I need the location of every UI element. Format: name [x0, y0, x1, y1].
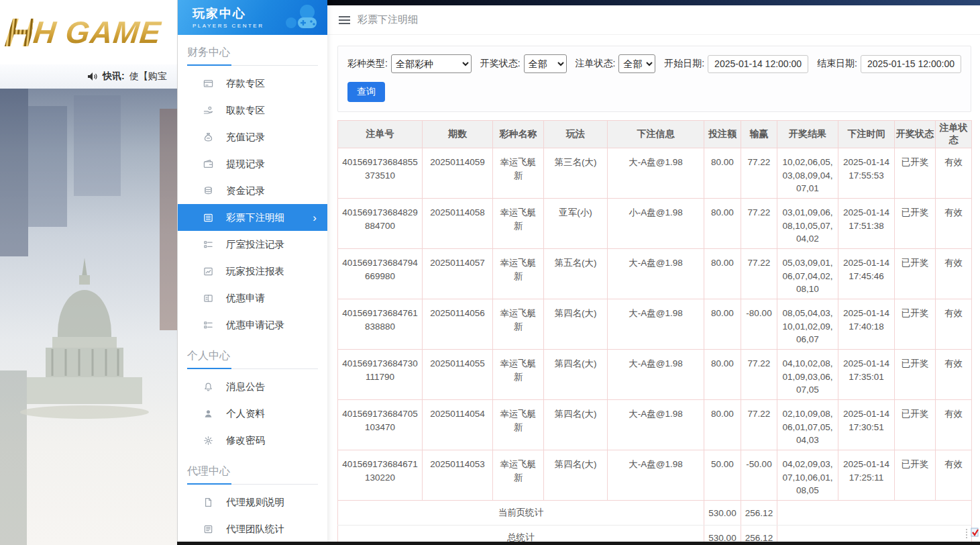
cell-bet_amount: 80.00 — [704, 400, 741, 450]
cell-win_loss: -80.00 — [741, 299, 777, 350]
main-content: 彩票下注明细 彩种类型: 全部彩种 开奖状态: 全部 注单状态: 全部 开始日期… — [327, 0, 980, 545]
gamepad-icon — [278, 3, 321, 32]
cell-bet_time: 2025-01-14 17:55:53 — [838, 148, 895, 199]
capitol-photo-backdrop — [0, 89, 177, 545]
cell-draw_status: 已开奖 — [895, 299, 936, 350]
sidebar-item-代理团队统计[interactable]: 代理团队统计› — [178, 515, 327, 542]
building-silhouette — [0, 89, 28, 256]
bet-detail-table: 注单号期数彩种名称玩法下注信息投注额输赢开奖结果下注时间开奖状态注单状态 401… — [337, 120, 972, 545]
capitol-dome-illustration — [19, 254, 150, 422]
end-date-input[interactable] — [861, 55, 961, 73]
cell-bet_time: 2025-01-14 17:25:11 — [838, 450, 895, 501]
filter-panel: 彩种类型: 全部彩种 开奖状态: 全部 注单状态: 全部 开始日期: 结束日期:… — [337, 46, 971, 112]
table-row: 40156917368479466998020250114057幸运飞艇新第五名… — [338, 249, 972, 299]
sidebar-item-label: 充值记录 — [226, 131, 265, 144]
cell-bet_info: 大-A盘@1.98 — [608, 400, 704, 450]
section-label: 个人中心 — [187, 349, 327, 363]
cell-bet_info: 大-A盘@1.98 — [608, 148, 704, 199]
cell-bet_time: 2025-01-14 17:45:46 — [838, 249, 895, 299]
column-header-period: 期数 — [423, 121, 493, 148]
cell-play: 第四名(大) — [544, 450, 608, 501]
cell-order_status: 有效 — [936, 450, 972, 501]
sidebar-item-玩家投注报表[interactable]: 玩家投注报表› — [178, 258, 327, 285]
summary-bet-amount: 530.00 — [704, 501, 741, 526]
column-header-play: 玩法 — [544, 121, 608, 148]
cell-bet_info: 大-A盘@1.98 — [608, 249, 704, 299]
cell-order_status: 有效 — [936, 350, 972, 400]
cell-win_loss: 77.22 — [741, 199, 777, 249]
cell-bet_amount: 50.00 — [704, 450, 741, 501]
column-header-bet_time: 下注时间 — [838, 121, 895, 148]
left-background-region: H H GAME 快讯: 使【购宝 — [0, 0, 177, 545]
sidebar-item-资金记录[interactable]: 资金记录› — [178, 177, 327, 204]
column-header-lottery_name: 彩种名称 — [493, 121, 544, 148]
building-silhouette — [28, 106, 67, 227]
search-button[interactable]: 查询 — [347, 82, 385, 102]
hh-game-logo-text: H GAME — [32, 14, 164, 50]
cell-order_id: 401569173684705103470 — [338, 400, 423, 450]
column-header-bet_info: 下注信息 — [608, 121, 704, 148]
sidebar-item-个人资料[interactable]: 个人资料› — [178, 400, 327, 427]
cell-bet_time: 2025-01-14 17:30:51 — [838, 400, 895, 450]
sidebar-item-label: 修改密码 — [226, 434, 265, 447]
promo-apply-ticket-icon — [203, 293, 213, 303]
cell-bet_time: 2025-01-14 17:40:18 — [838, 299, 895, 350]
draw-status-select[interactable]: 全部 — [524, 54, 567, 73]
start-date-label: 开始日期: — [664, 58, 704, 70]
cell-order_id: 401569173684794669980 — [338, 249, 423, 299]
sidebar-header: 玩家中心 PLAYERS CENTER — [178, 0, 327, 35]
cell-lottery_name: 幸运飞艇新 — [493, 350, 544, 400]
hamburger-menu-icon[interactable] — [339, 16, 350, 24]
sidebar-item-提现记录[interactable]: 提现记录› — [178, 150, 327, 177]
sidebar-item-label: 代理团队统计 — [226, 523, 284, 536]
cell-win_loss: 77.22 — [741, 350, 777, 400]
cell-lottery_name: 幸运飞艇新 — [493, 400, 544, 450]
sidebar-item-取款专区[interactable]: 取款专区› — [178, 97, 327, 123]
cell-bet_amount: 80.00 — [704, 299, 741, 350]
table-row: 40156917368476183888020250114056幸运飞艇新第四名… — [338, 299, 972, 350]
cell-period: 20250114058 — [423, 199, 493, 249]
withdraw-hand-icon — [203, 105, 213, 115]
summary-label: 当前页统计 — [338, 501, 704, 526]
sidebar-item-彩票下注明细[interactable]: 彩票下注明细› — [178, 204, 327, 231]
cell-lottery_name: 幸运飞艇新 — [493, 450, 544, 501]
cell-order_id: 401569173684730111790 — [338, 350, 423, 400]
cell-play: 第四名(大) — [544, 350, 608, 400]
sidebar-item-label: 厅室投注记录 — [226, 238, 284, 251]
sidebar-item-label: 玩家投注报表 — [226, 265, 284, 278]
column-header-order_status: 注单状态 — [936, 121, 972, 148]
sidebar: 玩家中心 PLAYERS CENTER 财务中心存款专区›取款专区›充值记录›提… — [177, 0, 327, 545]
cell-bet_amount: 80.00 — [704, 148, 741, 199]
cell-bet_amount: 80.00 — [704, 249, 741, 299]
cell-bet_info: 小-A盘@1.98 — [608, 199, 704, 249]
withdraw-record-wallet-icon — [203, 159, 213, 169]
sidebar-item-优惠申请记录[interactable]: 优惠申请记录› — [178, 311, 327, 338]
sidebar-item-label: 个人资料 — [226, 407, 265, 420]
section-label: 财务中心 — [187, 46, 327, 60]
cell-lottery_name: 幸运飞艇新 — [493, 249, 544, 299]
cell-play: 第五名(大) — [544, 249, 608, 299]
news-ticker: 快讯: 使【购宝 — [0, 64, 177, 89]
sidebar-item-优惠申请[interactable]: 优惠申请› — [178, 285, 327, 311]
cell-draw_result: 03,01,09,06,08,10,05,07,04,02 — [777, 199, 838, 249]
sidebar-item-厅室投注记录[interactable]: 厅室投注记录› — [178, 231, 327, 258]
deposit-card-icon — [203, 79, 213, 89]
start-date-input[interactable] — [708, 55, 808, 73]
sidebar-item-代理规则说明[interactable]: 代理规则说明› — [178, 489, 327, 515]
sidebar-item-充值记录[interactable]: 充值记录› — [178, 123, 327, 150]
cell-order_status: 有效 — [936, 400, 972, 450]
lottery-type-select[interactable]: 全部彩种 — [391, 54, 472, 73]
order-status-select[interactable]: 全部 — [618, 54, 655, 73]
sidebar-item-消息公告[interactable]: 消息公告› — [178, 373, 327, 400]
cell-period: 20250114056 — [423, 299, 493, 350]
cell-draw_status: 已开奖 — [895, 400, 936, 450]
cell-order_id: 401569173684829884700 — [338, 199, 423, 249]
sidebar-item-修改密码[interactable]: 修改密码› — [178, 427, 327, 454]
broken-image-check-icon — [971, 527, 979, 540]
ticker-label: 快讯: — [103, 70, 125, 83]
sidebar-item-label: 资金记录 — [226, 185, 265, 197]
cell-period: 20250114053 — [423, 450, 493, 501]
column-header-draw_result: 开奖结果 — [777, 121, 838, 148]
cell-period: 20250114055 — [423, 350, 493, 400]
sidebar-item-存款专区[interactable]: 存款专区› — [178, 70, 327, 97]
